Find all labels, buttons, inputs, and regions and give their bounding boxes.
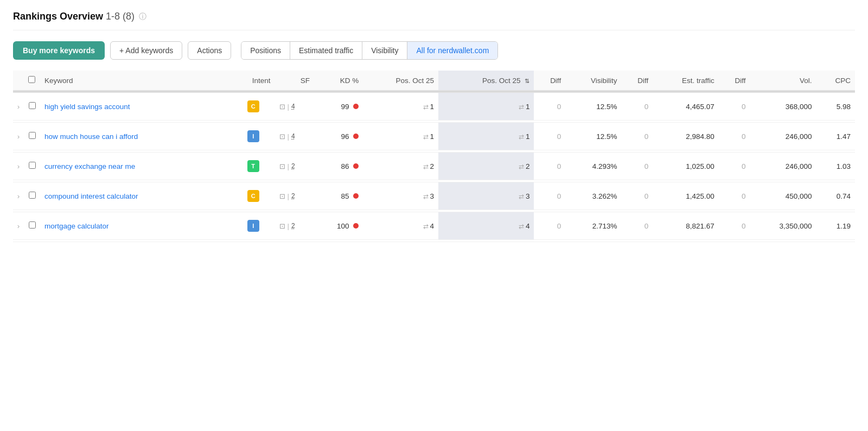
pos2-cell: ⇄1 (438, 123, 534, 150)
chain-icon2: ⇄ (519, 193, 524, 200)
kd-cell: 85 (314, 182, 363, 210)
sf-num[interactable]: 2 (291, 192, 295, 200)
kd-cell: 99 (314, 92, 363, 121)
est-traffic-cell: 8,821.67 (653, 212, 719, 240)
visibility-cell: 4.293% (565, 153, 621, 180)
spacer-row (13, 240, 855, 242)
diff3-col-header[interactable]: Diff (719, 71, 750, 91)
kd-dot (353, 163, 359, 169)
expander-col-header (13, 71, 24, 91)
pos2-col-header[interactable]: Pos. Oct 25 ⇅ (438, 71, 534, 91)
keyword-link[interactable]: mortgage calculator (44, 222, 109, 230)
cpc-cell: 5.98 (816, 92, 856, 121)
chain-icon: ⇄ (423, 223, 429, 230)
cpc-col-header[interactable]: CPC (816, 71, 856, 91)
pos1-cell: ⇄4 (363, 212, 438, 240)
row-expander[interactable]: › (13, 123, 24, 150)
row-expander[interactable]: › (13, 92, 24, 121)
diff3-cell: 0 (719, 123, 750, 150)
keyword-cell: currency exchange near me (40, 153, 232, 180)
sf-icon: ⊡ (279, 162, 285, 170)
tab-visibility[interactable]: Visibility (362, 42, 407, 59)
vol-cell: 368,000 (750, 92, 816, 121)
row-expander[interactable]: › (13, 182, 24, 210)
keyword-link[interactable]: currency exchange near me (44, 162, 135, 170)
sf-num[interactable]: 2 (291, 222, 295, 230)
diff3-cell: 0 (719, 212, 750, 240)
intent-cell: I (232, 123, 275, 150)
sf-num[interactable]: 4 (291, 132, 295, 140)
vol-cell: 246,000 (750, 123, 816, 150)
row-expander[interactable]: › (13, 153, 24, 180)
sf-sep: | (288, 103, 290, 111)
diff2-cell: 0 (622, 123, 653, 150)
cpc-cell: 1.03 (816, 153, 856, 180)
sf-col-header[interactable]: SF (275, 71, 314, 91)
pos1-col-header[interactable]: Pos. Oct 25 (363, 71, 438, 91)
row-checkbox-cell[interactable] (24, 123, 40, 150)
intent-badge: T (247, 160, 259, 172)
visibility-col-header[interactable]: Visibility (565, 71, 621, 91)
tab-estimated-traffic[interactable]: Estimated traffic (290, 42, 362, 59)
sf-num[interactable]: 4 (291, 103, 295, 110)
buy-keywords-button[interactable]: Buy more keywords (13, 41, 105, 60)
row-checkbox[interactable] (29, 102, 36, 109)
row-checkbox-cell[interactable] (24, 153, 40, 180)
intent-cell: I (232, 212, 275, 240)
row-checkbox-cell[interactable] (24, 92, 40, 121)
chain-icon: ⇄ (423, 103, 429, 111)
row-expander[interactable]: › (13, 212, 24, 240)
info-icon[interactable]: ⓘ (139, 12, 146, 22)
visibility-cell: 12.5% (565, 92, 621, 121)
checkbox-col-header[interactable] (24, 71, 40, 91)
add-keywords-button[interactable]: + Add keywords (110, 41, 182, 60)
chain-icon2: ⇄ (519, 133, 524, 141)
table-row: › compound interest calculator C ⊡ | 2 8… (13, 182, 855, 210)
row-checkbox[interactable] (29, 221, 36, 229)
visibility-cell: 2.713% (565, 212, 621, 240)
view-tabs: Positions Estimated traffic Visibility A… (241, 41, 498, 60)
est-traffic-cell: 1,025.00 (653, 153, 719, 180)
tab-all-for[interactable]: All for nerdwallet.com (407, 42, 497, 59)
intent-badge: I (247, 130, 259, 142)
keyword-link[interactable]: compound interest calculator (44, 192, 138, 200)
diff2-cell: 0 (622, 153, 653, 180)
vol-cell: 246,000 (750, 153, 816, 180)
row-checkbox[interactable] (29, 192, 36, 199)
row-checkbox-cell[interactable] (24, 182, 40, 210)
sf-num[interactable]: 2 (291, 162, 295, 170)
pos1-cell: ⇄1 (363, 92, 438, 121)
kd-col-header[interactable]: KD % (314, 71, 363, 91)
intent-badge: C (247, 190, 259, 202)
est-traffic-col-header[interactable]: Est. traffic (653, 71, 719, 91)
row-checkbox[interactable] (29, 132, 36, 139)
diff2-col-header[interactable]: Diff (622, 71, 653, 91)
visibility-cell: 12.5% (565, 123, 621, 150)
table-row: › mortgage calculator I ⊡ | 2 100 ⇄4 ⇄4 … (13, 212, 855, 240)
title-range: 1-8 (8) (106, 11, 135, 22)
tab-positions[interactable]: Positions (241, 42, 290, 59)
diff2-cell: 0 (622, 92, 653, 121)
keyword-col-header[interactable]: Keyword (40, 71, 232, 91)
pos2-cell: ⇄2 (438, 153, 534, 180)
keyword-link[interactable]: high yield savings account (44, 103, 130, 111)
table-row: › how much house can i afford I ⊡ | 4 96… (13, 123, 855, 150)
sf-cell: ⊡ | 4 (275, 123, 314, 150)
diff1-col-header[interactable]: Diff (534, 71, 565, 91)
chain-icon: ⇄ (423, 133, 429, 141)
pos1-cell: ⇄3 (363, 182, 438, 210)
vol-cell: 3,350,000 (750, 212, 816, 240)
select-all-checkbox[interactable] (28, 76, 35, 83)
chain-icon2: ⇄ (519, 223, 524, 230)
keyword-link[interactable]: how much house can i afford (44, 132, 138, 141)
vol-col-header[interactable]: Vol. (750, 71, 816, 91)
row-checkbox[interactable] (29, 162, 36, 169)
keyword-cell: compound interest calculator (40, 182, 232, 210)
cpc-cell: 0.74 (816, 182, 856, 210)
diff1-cell: 0 (534, 92, 565, 121)
actions-button[interactable]: Actions (188, 41, 231, 60)
intent-col-header[interactable]: Intent (232, 71, 275, 91)
sf-icon: ⊡ (279, 222, 285, 230)
row-checkbox-cell[interactable] (24, 212, 40, 240)
intent-cell: C (232, 182, 275, 210)
